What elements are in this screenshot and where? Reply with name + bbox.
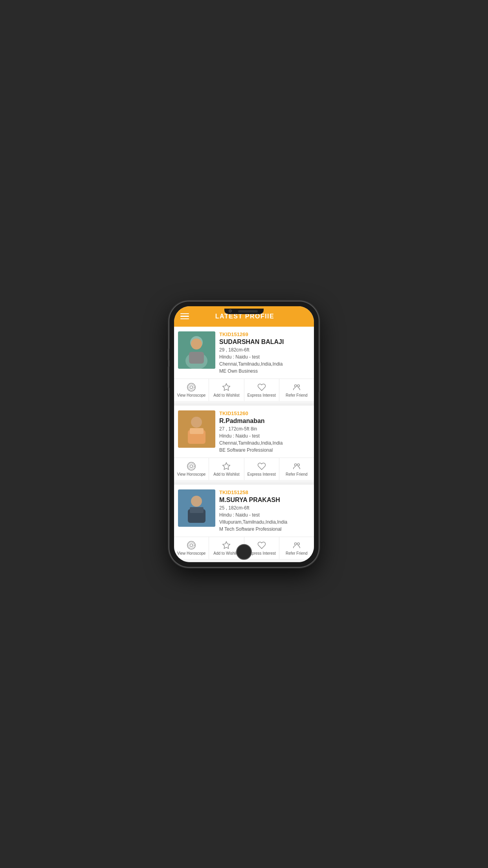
phone-screen: LATEST PROFIIE: [174, 306, 314, 562]
volume-down-button[interactable]: [168, 366, 169, 388]
profile-photo-1[interactable]: [178, 331, 215, 369]
profile-profession-2: BE Software Professional: [219, 447, 310, 453]
profile-profession-3: M Tech Software Professional: [219, 526, 310, 532]
svg-point-25: [190, 544, 193, 546]
express-interest-btn-1[interactable]: Express Interest: [244, 379, 279, 401]
refer-friend-btn-3[interactable]: Refer Friend: [279, 537, 314, 559]
refer-friend-label-2: Refer Friend: [286, 472, 308, 477]
add-wishlist-btn-2[interactable]: Add to Wishlist: [209, 458, 244, 480]
svg-point-22: [191, 496, 202, 507]
view-horoscope-label-1: View Horoscope: [177, 393, 206, 398]
express-interest-btn-2[interactable]: Express Interest: [244, 458, 279, 480]
profile-location-1: Chennai,Tamilnadu,India,India: [219, 361, 310, 367]
svg-rect-24: [190, 507, 204, 513]
profile-name-2: R.Padmanaban: [219, 417, 310, 425]
phone-speaker: [238, 310, 258, 313]
profile-tkid-1: TKID151269: [219, 331, 310, 337]
svg-point-19: [294, 463, 297, 466]
profile-profession-1: ME Own Business: [219, 368, 310, 374]
svg-point-12: [191, 417, 202, 428]
phone-home-button[interactable]: [236, 544, 252, 560]
svg-marker-8: [223, 383, 230, 390]
add-wishlist-label-3: Add to Wishlist: [213, 551, 239, 556]
profile-photo-2[interactable]: [178, 410, 215, 448]
profile-religion-1: Hindu : Naidu - test: [219, 354, 310, 360]
profile-name-1: SUDARSHAN BALAJI: [219, 338, 310, 346]
svg-point-30: [297, 542, 300, 545]
action-bar-2: View Horoscope Add to Wishlist Express I…: [174, 458, 314, 480]
svg-point-6: [189, 384, 194, 390]
svg-marker-18: [223, 462, 230, 469]
profile-photo-3[interactable]: [178, 489, 215, 527]
refer-friend-btn-1[interactable]: Refer Friend: [279, 379, 314, 401]
profile-age-height-1: 29 , 182cm-6ft: [219, 347, 310, 353]
refer-friend-label-3: Refer Friend: [286, 551, 308, 556]
profile-tkid-3: TKID151258: [219, 489, 310, 495]
svg-point-16: [189, 463, 194, 469]
profile-card-1: TKID151269 SUDARSHAN BALAJI 29 , 182cm-6…: [174, 327, 314, 401]
view-horoscope-label-3: View Horoscope: [177, 551, 206, 556]
view-horoscope-label-2: View Horoscope: [177, 472, 206, 477]
action-bar-1: View Horoscope Add to Wishlist Express I…: [174, 379, 314, 401]
profile-name-3: M.SURYA PRAKASH: [219, 497, 310, 504]
profile-religion-2: Hindu : Naidu - test: [219, 433, 310, 439]
svg-point-20: [297, 463, 300, 466]
profile-age-height-3: 25 , 182cm-6ft: [219, 505, 310, 511]
express-interest-label-1: Express Interest: [247, 393, 275, 398]
refer-friend-btn-2[interactable]: Refer Friend: [279, 458, 314, 480]
svg-point-29: [294, 542, 297, 545]
phone-camera: [229, 309, 232, 313]
view-horoscope-btn-2[interactable]: View Horoscope: [174, 458, 209, 480]
profile-location-3: Villupuram,Tamilnadu,India,India: [219, 519, 310, 525]
add-wishlist-label-2: Add to Wishlist: [213, 472, 239, 477]
hamburger-menu-button[interactable]: [180, 313, 189, 320]
svg-point-26: [189, 542, 194, 548]
profile-list: TKID151269 SUDARSHAN BALAJI 29 , 182cm-6…: [174, 327, 314, 562]
express-interest-label-2: Express Interest: [247, 472, 275, 477]
svg-point-9: [294, 384, 297, 387]
profile-tkid-2: TKID151260: [219, 410, 310, 416]
power-button[interactable]: [319, 362, 320, 392]
volume-mute-button[interactable]: [168, 349, 169, 360]
svg-rect-4: [189, 352, 204, 364]
phone-frame: LATEST PROFIIE: [169, 302, 319, 567]
view-horoscope-btn-1[interactable]: View Horoscope: [174, 379, 209, 401]
svg-marker-28: [223, 541, 230, 548]
add-wishlist-label-1: Add to Wishlist: [213, 393, 239, 398]
profile-card-2: TKID151260 R.Padmanaban 27 , 172cm-5ft 8…: [174, 406, 314, 480]
svg-rect-14: [190, 428, 204, 434]
profile-location-2: Chennai,Tamilnadu,India,India: [219, 440, 310, 446]
svg-point-10: [297, 384, 300, 387]
add-wishlist-btn-1[interactable]: Add to Wishlist: [209, 379, 244, 401]
svg-point-15: [190, 465, 193, 467]
refer-friend-label-1: Refer Friend: [286, 393, 308, 398]
svg-point-3: [191, 338, 202, 349]
profile-religion-3: Hindu : Naidu - test: [219, 512, 310, 518]
view-horoscope-btn-3[interactable]: View Horoscope: [174, 537, 209, 559]
profile-age-height-2: 27 , 172cm-5ft 8in: [219, 426, 310, 432]
svg-point-5: [190, 386, 193, 388]
